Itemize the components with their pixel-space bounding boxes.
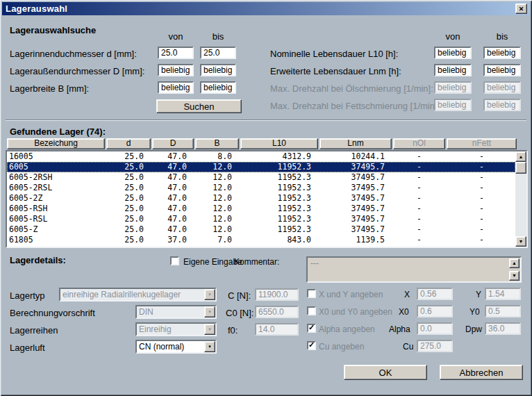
- table-cell: 6005-2Z: [7, 193, 105, 204]
- scroll-down-button[interactable]: ▼: [515, 236, 526, 247]
- table-row[interactable]: 6005-2Z25.047.012.011952.337495.7--: [7, 193, 515, 204]
- table-row[interactable]: 1600525.047.08.04312.910244.1--: [7, 151, 515, 162]
- table-cell: 6005: [7, 162, 105, 172]
- xy-angeben-checkbox: [307, 289, 316, 298]
- table-cell: 12.0: [195, 204, 239, 214]
- results-header: BezeichungdDBL10LnmnÖlnFett: [7, 138, 517, 149]
- abbrechen-button[interactable]: Abbrechen: [440, 365, 523, 380]
- innendurchmesser-von-input[interactable]: [158, 47, 194, 59]
- results-body: 1600525.047.08.04312.910244.1--600525.04…: [7, 151, 515, 247]
- column-header[interactable]: nÖl: [393, 138, 445, 149]
- lagerbreite-von-input[interactable]: [158, 81, 194, 94]
- table-cell: 6005-Z: [7, 224, 105, 235]
- table-cell: -: [447, 172, 515, 183]
- drehzahl-fett-bis-input: [483, 99, 521, 111]
- close-button[interactable]: ✕: [515, 3, 527, 14]
- arrow-up-icon: ▲: [512, 261, 517, 265]
- innendurchmesser-label: Lagerinnenduchmesser d [mm]:: [10, 49, 137, 59]
- column-header[interactable]: nFett: [447, 138, 517, 149]
- alpha-label: Alpha: [389, 324, 410, 334]
- lagerreihen-value: Einreihig: [139, 324, 172, 334]
- lagertyp-value: einreihige Radialrillenkugellager: [63, 290, 181, 299]
- lagerauswahl-dialog: Lagerauswahl ✕ Lagerauswahlsuche von bis…: [0, 0, 532, 396]
- scroll-up-button[interactable]: ▲: [515, 151, 526, 162]
- drehzahl-oel-label: Max. Drehzahl bei Ölschmierung [1/min]:: [270, 83, 433, 94]
- x0-label: X0: [399, 307, 409, 317]
- table-cell: 37495.7: [319, 183, 392, 193]
- table-cell: 37495.7: [319, 162, 392, 172]
- column-header[interactable]: Lnm: [319, 138, 392, 149]
- column-header[interactable]: B: [195, 138, 239, 149]
- check-icon: ✓: [308, 340, 315, 349]
- ok-button[interactable]: OK: [344, 365, 427, 380]
- table-cell: 1139.5: [319, 235, 392, 245]
- table-cell: 11952.3: [240, 183, 318, 193]
- table-row[interactable]: 600525.047.012.011952.337495.7--: [7, 162, 515, 172]
- bis-header-right: bis: [483, 31, 521, 42]
- kommentar-scroll-down-button: ▼: [509, 271, 519, 281]
- table-cell: -: [447, 162, 515, 172]
- table-cell: 47.0: [152, 214, 194, 224]
- results-scrollbar[interactable]: ▲ ▼: [515, 151, 526, 247]
- lnm-von-input[interactable]: [434, 64, 472, 76]
- lnm-lebensdauer-label: Erweiterte Lebensdauer Lnm [h]:: [270, 66, 401, 76]
- aussendurchmesser-bis-input[interactable]: [200, 64, 236, 76]
- table-cell: 25.0: [106, 193, 151, 204]
- table-cell: 25.0: [106, 151, 151, 162]
- c0-label: C0 [N]:: [226, 308, 253, 318]
- lagerluft-select[interactable]: CN (normal) ▼: [135, 340, 217, 354]
- table-cell: 61805: [7, 235, 105, 245]
- table-cell: 843.0: [240, 235, 318, 245]
- table-cell: 12.0: [195, 224, 239, 235]
- von-header-left: von: [158, 31, 194, 42]
- section-divider: [6, 119, 526, 121]
- scrollbar-thumb[interactable]: [515, 162, 526, 174]
- cu-input: [417, 340, 453, 352]
- y-label: Y: [476, 290, 481, 299]
- c-label: C [N]:: [228, 290, 251, 301]
- table-row[interactable]: 6005-Z25.047.012.011952.337495.7--: [7, 224, 515, 235]
- column-header[interactable]: L10: [240, 138, 318, 149]
- l10-von-input[interactable]: [434, 47, 472, 59]
- table-row[interactable]: 6005-2RSH25.047.012.011952.337495.7--: [7, 172, 515, 183]
- arrow-down-icon: ▼: [512, 273, 517, 278]
- table-row[interactable]: 6005-RSL25.047.012.011952.337495.7--: [7, 214, 515, 224]
- y0-label: Y0: [469, 307, 480, 317]
- table-cell: 47.0: [152, 172, 194, 183]
- lagerbreite-bis-input[interactable]: [200, 81, 236, 94]
- kommentar-value: ---: [310, 258, 319, 268]
- table-cell: -: [447, 224, 515, 235]
- table-cell: -: [393, 183, 445, 193]
- table-cell: 12.0: [195, 162, 239, 172]
- lnm-bis-input[interactable]: [483, 64, 521, 76]
- table-cell: 25.0: [106, 172, 151, 183]
- table-cell: 16005: [7, 151, 105, 162]
- drehzahl-fett-von-input: [434, 99, 472, 111]
- x0y0-angeben-label: X0 und Y0 angeben: [319, 307, 392, 317]
- column-header[interactable]: d: [106, 138, 151, 149]
- aussendurchmesser-von-input[interactable]: [158, 64, 194, 76]
- table-cell: 7.0: [195, 235, 239, 245]
- l10-bis-input[interactable]: [483, 47, 521, 59]
- column-header[interactable]: D: [152, 138, 194, 149]
- dpw-label: Dpw: [465, 324, 482, 334]
- lagertyp-label: Lagertyp: [10, 290, 45, 301]
- table-row[interactable]: 6005-2RSL25.047.012.011952.337495.7--: [7, 183, 515, 193]
- column-header[interactable]: Bezeichung: [7, 138, 105, 149]
- titlebar[interactable]: Lagerauswahl ✕: [2, 2, 530, 15]
- suchen-button[interactable]: Suchen: [156, 99, 242, 113]
- close-icon: ✕: [519, 6, 524, 13]
- lagertyp-select: einreihige Radialrillenkugellager ▼: [59, 288, 217, 302]
- dpw-input: [485, 322, 521, 335]
- innendurchmesser-bis-input[interactable]: [200, 47, 236, 59]
- drehzahl-oel-von-input: [434, 81, 472, 94]
- table-cell: 11952.3: [240, 224, 318, 235]
- eigene-eingabe-checkbox[interactable]: [170, 256, 179, 265]
- table-cell: -: [393, 224, 445, 235]
- table-row[interactable]: 6005-RSH25.047.012.011952.337495.7--: [7, 204, 515, 214]
- table-cell: 25.0: [106, 204, 151, 214]
- cu-angeben-label: Cu angeben: [319, 342, 364, 352]
- bis-header-left: bis: [200, 31, 236, 42]
- table-row[interactable]: 6180525.037.07.0843.01139.5--: [7, 235, 515, 245]
- kommentar-label: Kommentar:: [234, 257, 279, 267]
